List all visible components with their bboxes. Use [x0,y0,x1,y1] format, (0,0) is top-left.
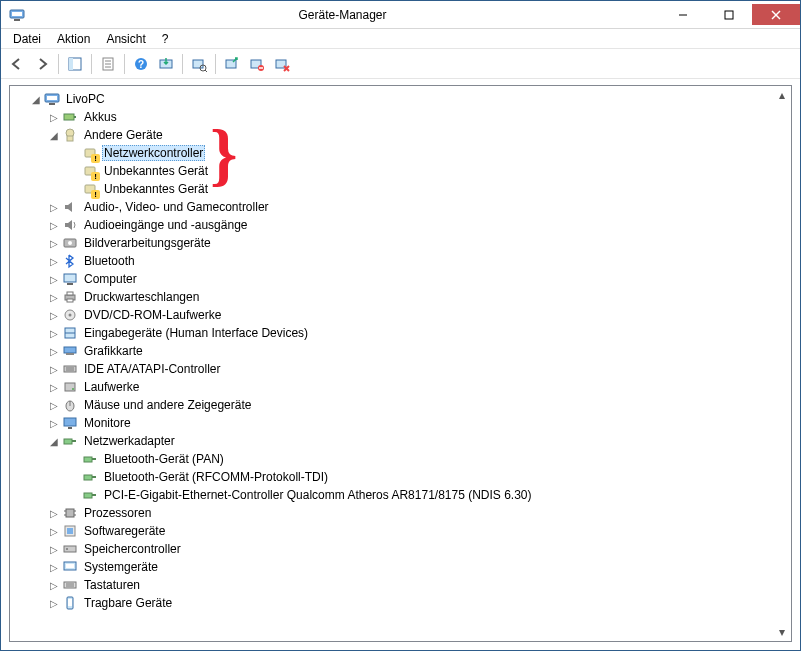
expander[interactable]: ▷ [46,397,62,413]
expander[interactable]: ▷ [46,595,62,611]
titlebar: Geräte-Manager [1,1,800,29]
expander[interactable]: ◢ [46,433,62,449]
expander[interactable]: ▷ [46,577,62,593]
node-mon[interactable]: Monitore [82,415,133,431]
expander[interactable]: ▷ [46,379,62,395]
expander[interactable]: ▷ [46,199,62,215]
node-ide[interactable]: IDE ATA/ATAPI-Controller [82,361,222,377]
node-dvd[interactable]: DVD/CD-ROM-Laufwerke [82,307,223,323]
node-audio[interactable]: Audio-, Video- und Gamecontroller [82,199,271,215]
svg-rect-16 [193,60,203,68]
svg-rect-81 [68,599,72,606]
system-device-icon [62,559,78,575]
uninstall-device-button[interactable] [270,52,294,76]
close-button[interactable] [752,4,800,25]
scroll-down-arrow[interactable]: ▾ [775,625,789,639]
expander[interactable]: ▷ [46,523,62,539]
disable-device-button[interactable] [245,52,269,76]
network-adapter-icon [82,487,98,503]
show-hide-tree-button[interactable] [63,52,87,76]
minimize-button[interactable] [660,4,706,25]
node-akkus[interactable]: Akkus [82,109,119,125]
node-netzwerkcontroller[interactable]: Netzwerkcontroller [102,145,205,161]
svg-point-53 [72,388,74,390]
menu-action[interactable]: Aktion [49,30,98,48]
help-button[interactable]: ? [129,52,153,76]
storage-controller-icon [62,541,78,557]
device-tree[interactable]: ▴ ▾ ◢ LivoPC ▷ Akkus ◢ [9,85,792,642]
expander[interactable]: ▷ [46,361,62,377]
disk-icon [62,379,78,395]
node-tast[interactable]: Tastaturen [82,577,142,593]
node-speich[interactable]: Speichercontroller [82,541,183,557]
node-audioio[interactable]: Audioeingänge und -ausgänge [82,217,249,233]
svg-line-18 [205,70,207,72]
window-title: Geräte-Manager [25,8,660,22]
back-button[interactable] [5,52,29,76]
expander[interactable]: ▷ [46,217,62,233]
expander[interactable]: ▷ [46,307,62,323]
node-andere[interactable]: Andere Geräte [82,127,165,143]
expander[interactable]: ▷ [46,235,62,251]
node-hid[interactable]: Eingabegeräte (Human Interface Devices) [82,325,310,341]
expander[interactable]: ▷ [46,289,62,305]
expander-root[interactable]: ◢ [28,91,44,107]
node-trag[interactable]: Tragbare Geräte [82,595,174,611]
svg-rect-60 [84,457,92,462]
node-maus[interactable]: Mäuse und andere Zeigegeräte [82,397,253,413]
expander[interactable]: ▷ [46,109,62,125]
node-druck[interactable]: Druckwarteschlangen [82,289,201,305]
node-net-pan[interactable]: Bluetooth-Gerät (PAN) [102,451,226,467]
properties-button[interactable] [96,52,120,76]
expander[interactable]: ▷ [46,505,62,521]
unknown-device-icon: ! [82,145,98,161]
node-proz[interactable]: Prozessoren [82,505,153,521]
svg-rect-62 [84,475,92,480]
scroll-up-arrow[interactable]: ▴ [775,88,789,102]
expander[interactable]: ◢ [46,127,62,143]
menu-help[interactable]: ? [154,30,177,48]
expander[interactable]: ▷ [46,541,62,557]
node-net-rfcomm[interactable]: Bluetooth-Gerät (RFCOMM-Protokoll-TDI) [102,469,330,485]
scan-hardware-button[interactable] [187,52,211,76]
node-sys[interactable]: Systemgeräte [82,559,160,575]
expander[interactable]: ▷ [46,253,62,269]
svg-rect-27 [47,96,57,100]
node-net-atheros[interactable]: PCI-E-Gigabit-Ethernet-Controller Qualco… [102,487,534,503]
menu-view[interactable]: Ansicht [98,30,153,48]
toolbar-separator [182,54,183,74]
node-bt[interactable]: Bluetooth [82,253,137,269]
node-bild[interactable]: Bildverarbeitungsgeräte [82,235,213,251]
svg-rect-32 [67,136,73,141]
svg-rect-30 [74,116,76,118]
forward-button[interactable] [30,52,54,76]
app-icon [9,7,25,23]
svg-rect-58 [64,439,72,444]
expander[interactable]: ▷ [46,325,62,341]
node-soft[interactable]: Softwaregeräte [82,523,167,539]
enable-device-button[interactable] [220,52,244,76]
svg-rect-57 [68,427,72,429]
update-driver-button[interactable] [154,52,178,76]
window: Geräte-Manager Datei Aktion Ansicht ? ? … [0,0,801,651]
expander[interactable]: ▷ [46,271,62,287]
expander[interactable]: ▷ [46,415,62,431]
svg-point-74 [66,548,68,550]
keyboard-icon [62,577,78,593]
network-adapter-icon [62,433,78,449]
node-computer[interactable]: Computer [82,271,139,287]
svg-rect-2 [14,19,20,21]
node-grafik[interactable]: Grafikkarte [82,343,145,359]
warning-badge-icon: ! [91,172,100,181]
node-lauf[interactable]: Laufwerke [82,379,141,395]
node-root[interactable]: LivoPC [64,91,107,107]
toolbar-separator [58,54,59,74]
svg-rect-66 [66,509,74,517]
menu-file[interactable]: Datei [5,30,49,48]
node-unbekannt-2[interactable]: Unbekanntes Gerät [102,181,210,197]
maximize-button[interactable] [706,4,752,25]
expander[interactable]: ▷ [46,559,62,575]
node-unbekannt-1[interactable]: Unbekanntes Gerät [102,163,210,179]
expander[interactable]: ▷ [46,343,62,359]
node-net[interactable]: Netzwerkadapter [82,433,177,449]
